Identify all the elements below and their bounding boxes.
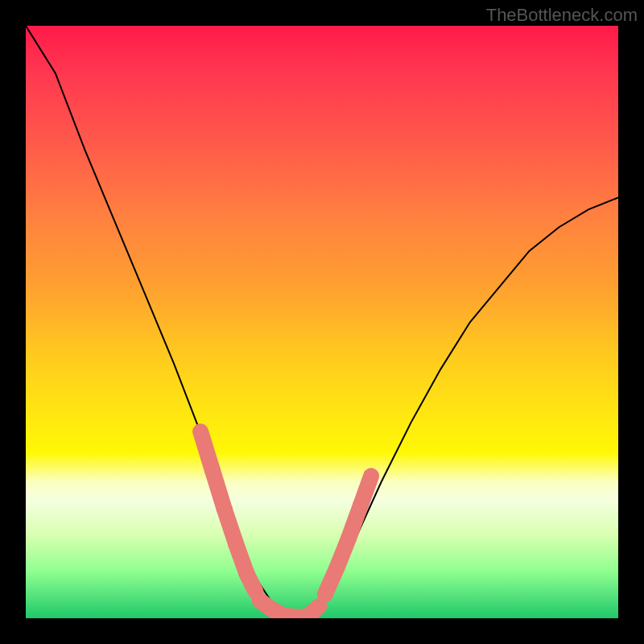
highlight-markers <box>200 431 371 617</box>
curve-line <box>26 26 618 618</box>
watermark-text: TheBottleneck.com <box>486 5 638 26</box>
svg-line-9 <box>308 606 320 617</box>
svg-line-4 <box>247 574 256 592</box>
svg-line-13 <box>361 476 371 506</box>
plot-area <box>26 26 618 618</box>
chart-svg <box>26 26 618 618</box>
